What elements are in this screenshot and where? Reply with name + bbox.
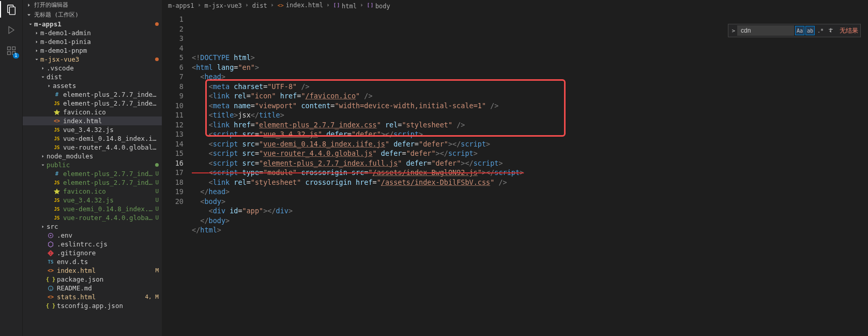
code-line[interactable]: <script src="vue-router_4.4.0.global.js"… bbox=[192, 149, 862, 158]
tree-folder[interactable]: m-demo1-pinia bbox=[23, 37, 162, 46]
tree-folder[interactable]: assets bbox=[23, 81, 162, 90]
breadcrumb-item[interactable]: html bbox=[333, 2, 357, 10]
tree-folder[interactable]: m-apps1 bbox=[23, 20, 162, 28]
find-input[interactable] bbox=[737, 25, 794, 36]
find-next-icon[interactable] bbox=[826, 27, 835, 35]
svg-rect-1 bbox=[9, 7, 15, 14]
line-number: 15 bbox=[162, 149, 184, 158]
breadcrumb[interactable]: m-apps1m-jsx-vue3dist<>index.htmlhtmlbod… bbox=[162, 0, 868, 11]
tree-file[interactable]: JSvue-router_4.4.0.global.jsU bbox=[23, 213, 162, 222]
tree-file[interactable]: JSvue-demi_0.14.8_index.iife.jsU bbox=[23, 204, 162, 213]
svg-point-8 bbox=[50, 235, 52, 236]
code-line[interactable]: <head> bbox=[192, 72, 862, 82]
tree-file[interactable]: { }tsconfig.app.json bbox=[23, 301, 162, 310]
tree-file[interactable]: <>stats.html4, M bbox=[23, 293, 162, 301]
code-line[interactable]: </head> bbox=[192, 187, 862, 197]
breadcrumb-item[interactable]: <>index.html bbox=[278, 2, 323, 10]
run-icon[interactable] bbox=[5, 24, 18, 36]
code-line[interactable]: <meta name="viewport" content="width=dev… bbox=[192, 101, 862, 111]
tree-label: .eslintrc.cjs bbox=[57, 240, 159, 248]
tree-label: element-plus_2.7.7_index.full.js bbox=[63, 179, 155, 186]
code-line[interactable]: <link href="element-plus_2.7.7_index.css… bbox=[192, 120, 862, 130]
tree-label: index.html bbox=[57, 267, 155, 274]
svg-point-10 bbox=[50, 252, 51, 253]
line-number: 11 bbox=[162, 110, 184, 120]
tree-file[interactable]: favicon.icoU bbox=[23, 187, 162, 196]
tree-label: vue_3.4.32.js bbox=[63, 126, 159, 134]
chevron-right-icon bbox=[33, 48, 40, 53]
tree-file[interactable]: JSelement-plus_2.7.7_index.full.js bbox=[23, 99, 162, 108]
status-dot-icon bbox=[155, 22, 159, 26]
code-line[interactable]: <body> bbox=[192, 197, 862, 207]
tree-label: dist bbox=[47, 73, 159, 81]
regex-toggle[interactable]: .* bbox=[816, 26, 825, 35]
code-line[interactable]: <!DOCTYPE html> bbox=[192, 53, 862, 63]
tree-folder[interactable]: m-demo1-pnpm bbox=[23, 46, 162, 55]
tree-file[interactable]: { }package.json bbox=[23, 275, 162, 284]
explorer-icon[interactable] bbox=[5, 3, 18, 16]
line-number: 10 bbox=[162, 101, 184, 111]
code-line[interactable]: <link rel="stylesheet" crossorigin href=… bbox=[192, 178, 862, 187]
code-line[interactable]: <script src="element-plus_2.7.7_index.fu… bbox=[192, 158, 862, 168]
code-line[interactable]: <link rel="icon" href="/favicon.ico" /> bbox=[192, 91, 862, 101]
breadcrumb-item[interactable]: m-apps1 bbox=[168, 2, 194, 9]
tree-folder[interactable]: dist bbox=[23, 72, 162, 81]
tree-folder[interactable]: public bbox=[23, 160, 162, 169]
code-line[interactable]: <html lang="en"> bbox=[192, 63, 862, 72]
tree-label: .gitignore bbox=[57, 249, 159, 257]
code-line[interactable]: </body> bbox=[192, 216, 862, 226]
workspace-section[interactable]: 无标题 (工作区) bbox=[23, 10, 162, 20]
code-content[interactable]: <!DOCTYPE html><html lang="en"> <head> <… bbox=[192, 11, 868, 336]
tree-file[interactable]: <>index.htmlM bbox=[23, 266, 162, 275]
tree-file[interactable]: #element-plus_2.7.7_index.cssU bbox=[23, 169, 162, 178]
tree-label: vue-router_4.4.0.global.js bbox=[63, 214, 155, 222]
tree-file[interactable]: .gitignore bbox=[23, 249, 162, 257]
tree-file[interactable]: iREADME.md bbox=[23, 284, 162, 293]
tree-file[interactable]: JSvue_3.4.32.js bbox=[23, 125, 162, 134]
tree-folder[interactable]: m-jsx-vue3 bbox=[23, 55, 162, 64]
tree-file[interactable]: JSvue-router_4.4.0.global.js bbox=[23, 143, 162, 152]
tree-folder[interactable]: src bbox=[23, 222, 162, 231]
tree-folder[interactable]: node_modules bbox=[23, 152, 162, 160]
open-editors-section[interactable]: 打开的编辑器 bbox=[23, 0, 162, 10]
tree-file[interactable]: #element-plus_2.7.7_index.css bbox=[23, 90, 162, 99]
tree-file[interactable]: .env bbox=[23, 231, 162, 240]
js-file-icon: JS bbox=[53, 207, 61, 212]
tree-label: README.md bbox=[57, 284, 159, 292]
code-line[interactable]: <title>jsx</title> bbox=[192, 110, 862, 120]
extensions-icon[interactable]: 1 bbox=[5, 45, 18, 57]
match-case-toggle[interactable]: Aa bbox=[795, 26, 804, 35]
code-line[interactable]: <script type="module" crossorigin src="/… bbox=[192, 168, 862, 178]
code-line[interactable]: <meta charset="UTF-8" /> bbox=[192, 82, 862, 92]
code-line[interactable]: </html> bbox=[192, 225, 862, 235]
env-file-icon bbox=[47, 232, 55, 239]
find-prefix-icon[interactable]: > bbox=[730, 27, 736, 34]
json-file-icon: { } bbox=[47, 276, 55, 282]
tree-folder[interactable]: .vscode bbox=[23, 64, 162, 72]
editor-scroll[interactable]: > Aa ab .* 无结果 1234567891011121314151617… bbox=[162, 11, 868, 336]
breadcrumb-item[interactable]: m-jsx-vue3 bbox=[205, 2, 242, 9]
tree-file[interactable]: .eslintrc.cjs bbox=[23, 240, 162, 249]
file-tree[interactable]: m-apps1m-demo1-adminm-demo1-piniam-demo1… bbox=[23, 20, 162, 336]
tree-file[interactable]: JSvue_3.4.32.jsU bbox=[23, 196, 162, 204]
code-line[interactable]: <div id="app"></div> bbox=[192, 206, 862, 216]
whole-word-toggle[interactable]: ab bbox=[805, 26, 815, 35]
tree-file[interactable]: JSvue-demi_0.14.8_index.iife.js bbox=[23, 134, 162, 143]
tree-file[interactable]: favicon.ico bbox=[23, 108, 162, 116]
svg-marker-9 bbox=[49, 241, 53, 247]
editor-area: m-apps1m-jsx-vue3dist<>index.htmlhtmlbod… bbox=[162, 0, 868, 336]
tree-file[interactable]: <>index.html bbox=[23, 116, 162, 125]
line-number: 19 bbox=[162, 187, 184, 197]
tree-file[interactable]: JSelement-plus_2.7.7_index.full.jsU bbox=[23, 178, 162, 187]
tree-label: m-demo1-pnpm bbox=[40, 47, 159, 54]
tree-folder[interactable]: m-demo1-admin bbox=[23, 28, 162, 37]
scm-status: M bbox=[155, 267, 159, 274]
breadcrumb-item[interactable]: dist bbox=[252, 2, 267, 9]
tree-file[interactable]: TSenv.d.ts bbox=[23, 257, 162, 266]
code-line[interactable]: <script src="vue-demi_0.14.8_index.iife.… bbox=[192, 139, 862, 149]
breadcrumb-item[interactable]: body bbox=[367, 2, 390, 10]
code-line[interactable]: <script src="vue_3.4.32.js" defer="defer… bbox=[192, 129, 862, 139]
extensions-badge: 1 bbox=[13, 53, 19, 59]
line-number: 6 bbox=[162, 63, 184, 72]
js-file-icon: JS bbox=[53, 127, 61, 133]
